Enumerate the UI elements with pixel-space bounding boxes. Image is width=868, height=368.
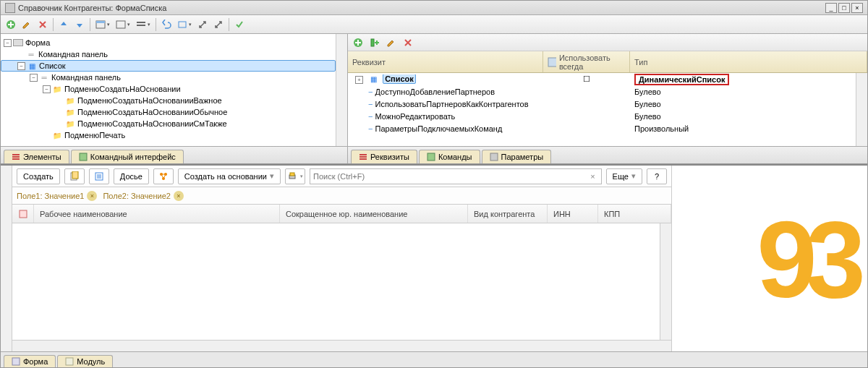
expand-toggle[interactable]: − bbox=[17, 62, 25, 70]
clear-search[interactable]: × bbox=[587, 172, 597, 181]
watermark-logo: 93 bbox=[757, 216, 854, 303]
tab-form[interactable]: Форма bbox=[4, 355, 56, 367]
col-type[interactable]: Тип bbox=[630, 51, 867, 72]
tree-item[interactable]: 📁 ПодменюСоздатьНаОснованииОбычное bbox=[1, 106, 336, 118]
tab-label: Форма bbox=[23, 357, 48, 366]
row-icon-col[interactable] bbox=[12, 205, 34, 223]
delete-attr-button[interactable] bbox=[401, 35, 415, 50]
tree-item[interactable]: 📁 ПодменюПечать bbox=[1, 129, 336, 141]
form-icon bbox=[12, 357, 20, 366]
dossier-button[interactable]: Досье bbox=[114, 168, 149, 184]
tab-label: Реквизиты bbox=[370, 153, 409, 161]
svg-rect-18 bbox=[490, 153, 498, 161]
svg-rect-12 bbox=[371, 39, 374, 46]
remove-filter-icon[interactable]: × bbox=[87, 191, 97, 201]
delete-button[interactable] bbox=[35, 17, 50, 32]
create-based-button[interactable]: Создать на основании ▾ bbox=[178, 168, 281, 184]
help-button[interactable]: ? bbox=[647, 168, 667, 184]
view-dropdown-2[interactable] bbox=[114, 17, 132, 32]
grid-row[interactable]: − ИспользоватьПартнеровКакКонтрагентов Б… bbox=[348, 98, 856, 110]
elements-tree[interactable]: − Форма ═ Командная панель − ▦ Спи bbox=[1, 34, 336, 146]
tab-parameters[interactable]: Параметры bbox=[482, 150, 552, 163]
tab-module[interactable]: Модуль bbox=[57, 355, 113, 367]
svg-rect-9 bbox=[12, 158, 20, 160]
scrollbar[interactable] bbox=[336, 34, 347, 146]
create-button[interactable]: Создать bbox=[17, 168, 60, 184]
expand-toggle[interactable]: − bbox=[30, 74, 38, 82]
grid-row[interactable]: − ДоступноДобавлениеПартнеров Булево bbox=[348, 85, 856, 98]
col-short-name[interactable]: Сокращенное юр. наименование bbox=[280, 205, 468, 223]
tree-label: Форма bbox=[25, 38, 50, 47]
tab-elements[interactable]: Элементы bbox=[4, 150, 69, 163]
view-dropdown-3[interactable] bbox=[134, 17, 153, 32]
tab-command-interface[interactable]: Командный интерфейс bbox=[71, 150, 184, 163]
svg-rect-6 bbox=[179, 22, 186, 27]
tree-item[interactable]: 📁 ПодменюСоздатьНаОснованииВажное bbox=[1, 95, 336, 106]
add-button[interactable] bbox=[4, 17, 18, 32]
collapse-button[interactable] bbox=[211, 17, 226, 32]
shape-dropdown[interactable] bbox=[175, 17, 194, 32]
main-toolbar bbox=[1, 15, 867, 34]
check-button[interactable] bbox=[232, 17, 247, 32]
edit-button[interactable] bbox=[20, 17, 34, 32]
window-title: Справочник Контрагенты: ФормаСписка bbox=[18, 4, 824, 12]
search-input[interactable] bbox=[313, 172, 587, 181]
main-content: − Форма ═ Командная панель − ▦ Спи bbox=[1, 34, 867, 367]
search-box[interactable]: × bbox=[310, 168, 602, 184]
bottom-tabs: Форма Модуль bbox=[1, 351, 867, 367]
col-attribute[interactable]: Реквизит bbox=[348, 51, 543, 72]
view-dropdown-1[interactable] bbox=[93, 17, 112, 32]
tree-item[interactable]: − Форма bbox=[1, 37, 336, 48]
remove-filter-icon[interactable]: × bbox=[174, 191, 184, 201]
preview-grid-body[interactable] bbox=[12, 223, 660, 340]
tree-item[interactable]: − 📁 ПодменюСоздатьНаОсновании bbox=[1, 83, 336, 95]
minimize-button[interactable]: _ bbox=[825, 3, 837, 13]
h-scrollbar[interactable] bbox=[12, 340, 671, 351]
grid-row[interactable]: − ПараметрыПодключаемыхКоманд Произвольн… bbox=[348, 122, 856, 134]
add-attr-button[interactable] bbox=[351, 35, 365, 50]
tree-label: ПодменюСоздатьНаОснованииОбычное bbox=[77, 108, 227, 116]
undo-button[interactable] bbox=[159, 17, 174, 32]
expand-toggle[interactable]: − bbox=[43, 85, 51, 93]
attributes-grid[interactable]: + ▦ Список ☐ ДинамическийСписок − Доступ… bbox=[348, 73, 856, 146]
tab-commands[interactable]: Команды bbox=[419, 150, 480, 163]
tree-item[interactable]: 📁 ПодменюСоздатьНаОснованииСмТакже bbox=[1, 118, 336, 129]
maximize-button[interactable]: □ bbox=[838, 3, 850, 13]
expand-toggle[interactable]: − bbox=[4, 39, 12, 47]
tab-attributes[interactable]: Реквизиты bbox=[351, 150, 417, 163]
grid-row-selected[interactable]: + ▦ Список ☐ ДинамическийСписок bbox=[348, 73, 856, 85]
attr-type: Булево bbox=[630, 112, 856, 121]
scrollbar[interactable] bbox=[856, 73, 867, 146]
col-inn[interactable]: ИНН bbox=[548, 205, 598, 223]
print-button[interactable]: ▾ bbox=[285, 168, 305, 184]
svg-rect-13 bbox=[548, 58, 556, 67]
tree-item[interactable]: ═ Командная панель bbox=[1, 48, 336, 60]
grid-row[interactable]: − МожноРедактировать Булево bbox=[348, 110, 856, 122]
copy-button[interactable] bbox=[64, 168, 85, 184]
expand-button[interactable] bbox=[195, 17, 210, 32]
graph-button[interactable] bbox=[153, 168, 174, 184]
close-button[interactable]: × bbox=[851, 3, 863, 13]
expand-toggle[interactable]: + bbox=[355, 76, 363, 84]
tree-item[interactable]: − ═ Командная панель bbox=[1, 72, 336, 83]
svg-rect-4 bbox=[137, 22, 145, 23]
filter-chip[interactable]: Поле1: Значение1 × bbox=[17, 191, 97, 201]
col-work-name[interactable]: Рабочее наименование bbox=[34, 205, 280, 223]
col-use-always[interactable]: Использовать всегда bbox=[543, 51, 630, 72]
more-button[interactable]: Еще ▾ bbox=[606, 168, 642, 184]
upper-panes: − Форма ═ Командная панель − ▦ Спи bbox=[1, 34, 867, 164]
use-always-cell[interactable]: ☐ bbox=[543, 74, 630, 84]
down-button[interactable] bbox=[72, 17, 87, 32]
scrollbar[interactable] bbox=[660, 223, 671, 340]
edit-attr-button[interactable] bbox=[384, 35, 399, 50]
filter-chip[interactable]: Поле2: Значение2 × bbox=[103, 191, 183, 201]
tree-item-selected[interactable]: − ▦ Список bbox=[1, 60, 336, 72]
attributes-pane: Реквизит Использовать всегда Тип + ▦ С bbox=[348, 34, 867, 163]
up-button[interactable] bbox=[56, 17, 71, 32]
list-button[interactable] bbox=[89, 168, 109, 184]
stack-icon bbox=[359, 153, 367, 161]
col-type[interactable]: Вид контрагента bbox=[468, 205, 548, 223]
command-icon bbox=[427, 153, 435, 161]
add-col-button[interactable] bbox=[367, 35, 382, 50]
col-kpp[interactable]: КПП bbox=[598, 205, 671, 223]
